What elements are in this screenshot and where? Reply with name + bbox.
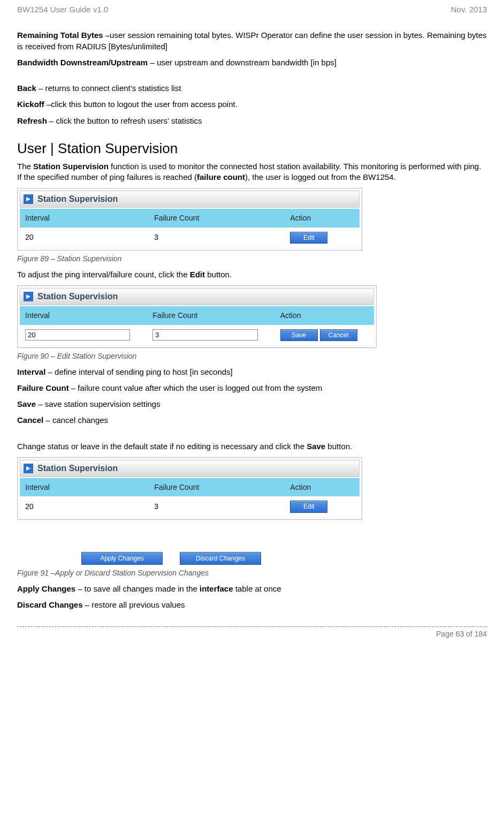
supervision-table: Interval Failure Count Action 20 3 Edit <box>20 209 360 248</box>
page-header: BW1254 User Guide v1.0 Nov. 2013 <box>17 0 487 28</box>
panel-title-bar: Station Supervision <box>20 191 360 208</box>
arrow-right-icon <box>24 292 33 301</box>
col-interval: Interval <box>20 478 149 497</box>
panel-title-bar: Station Supervision <box>20 460 360 477</box>
cell-interval: 20 <box>20 496 149 517</box>
term: Apply Changes <box>17 584 75 593</box>
def-interval: Interval – define interval of sending pi… <box>17 367 487 377</box>
col-action: Action <box>275 306 374 325</box>
interval-input[interactable] <box>25 329 130 340</box>
apply-discard-row: Apply Changes Discard Changes <box>17 552 487 565</box>
table-header-row: Interval Failure Count Action <box>20 306 374 325</box>
arrow-right-icon <box>24 464 33 473</box>
col-action: Action <box>285 478 360 497</box>
para-remaining-bytes: Remaining Total Bytes –user session rema… <box>17 30 487 52</box>
station-supervision-panel-apply: Station Supervision Interval Failure Cou… <box>17 457 362 520</box>
cell-failure-edit <box>147 325 274 345</box>
panel-title-text: Station Supervision <box>37 463 118 474</box>
para-kickoff: Kickoff –click this button to logout the… <box>17 99 487 110</box>
col-failure: Failure Count <box>149 209 285 228</box>
term: Cancel <box>17 415 43 425</box>
term: Save <box>17 399 36 408</box>
text: – cancel changes <box>43 415 108 425</box>
figure-90-caption: Figure 90 – Edit Station Supervision <box>17 351 487 361</box>
para-bandwidth: Bandwidth Downstream/Upstream – user ups… <box>17 57 487 68</box>
supervision-table: Interval Failure Count Action 20 3 Edit <box>20 478 360 517</box>
text: – failure count value after which the us… <box>69 383 323 392</box>
term: failure count <box>197 172 245 181</box>
term: interface <box>200 584 233 593</box>
col-interval: Interval <box>20 209 149 228</box>
figure-89-caption: Figure 89 – Station Supervision <box>17 254 487 264</box>
text: – define interval of sending ping to hos… <box>45 367 232 376</box>
station-supervision-panel-view: Station Supervision Interval Failure Cou… <box>17 188 362 251</box>
apply-changes-button[interactable]: Apply Changes <box>81 552 163 565</box>
term: Save <box>307 442 325 451</box>
term: Station Supervision <box>33 162 109 171</box>
text: –click this button to logout the user fr… <box>44 100 238 109</box>
save-button[interactable]: Save <box>280 329 318 341</box>
cancel-button[interactable]: Cancel <box>320 329 357 341</box>
text: – restore all previous values <box>83 600 185 609</box>
edit-button[interactable]: Edit <box>290 501 327 512</box>
def-discard-changes: Discard Changes – restore all previous v… <box>17 600 487 610</box>
panel-title-bar: Station Supervision <box>20 288 374 305</box>
failure-input[interactable] <box>152 329 257 340</box>
term: Failure Count <box>17 383 69 392</box>
cell-action: Save Cancel <box>275 325 374 345</box>
def-failure-count: Failure Count – failure count value afte… <box>17 383 487 393</box>
text: To adjust the ping interval/failure coun… <box>17 270 190 279</box>
text: – to save all changes made in the <box>75 584 200 593</box>
col-failure: Failure Count <box>149 478 285 497</box>
text: button. <box>325 442 352 451</box>
col-action: Action <box>285 209 360 228</box>
table-header-row: Interval Failure Count Action <box>20 478 360 497</box>
cell-interval-edit <box>20 325 147 345</box>
cell-interval: 20 <box>20 228 149 248</box>
intro-paragraph: The Station Supervision function is used… <box>17 161 487 183</box>
table-row: 20 3 Edit <box>20 228 360 248</box>
header-right: Nov. 2013 <box>451 4 487 15</box>
supervision-table: Interval Failure Count Action Save Cance… <box>20 306 374 345</box>
figure-91-caption: Figure 91 –Apply or Discard Station Supe… <box>17 568 487 578</box>
term: Interval <box>17 367 45 376</box>
discard-changes-button[interactable]: Discard Changes <box>180 552 261 565</box>
adjust-paragraph: To adjust the ping interval/failure coun… <box>17 269 487 280</box>
text: Change status or leave in the default st… <box>17 442 307 451</box>
term: Remaining Total Bytes <box>17 31 103 40</box>
term: Bandwidth Downstream/Upstream <box>17 58 148 67</box>
para-refresh: Refresh – click the button to refresh us… <box>17 116 487 126</box>
cell-action: Edit <box>285 496 360 517</box>
term: Kickoff <box>17 100 44 109</box>
change-paragraph: Change status or leave in the default st… <box>17 441 487 452</box>
def-apply-changes: Apply Changes – to save all changes made… <box>17 584 487 594</box>
arrow-right-icon <box>24 194 33 204</box>
text: The <box>17 162 33 171</box>
station-supervision-panel-edit: Station Supervision Interval Failure Cou… <box>17 285 377 348</box>
table-row: Save Cancel <box>20 325 374 345</box>
cell-failure: 3 <box>149 228 285 248</box>
edit-button[interactable]: Edit <box>290 232 327 244</box>
page-footer: Page 63 of 184 <box>17 626 487 639</box>
header-left: BW1254 User Guide v1.0 <box>17 4 108 15</box>
term: Discard Changes <box>17 600 83 609</box>
term: Edit <box>190 270 205 279</box>
cell-failure: 3 <box>149 496 285 517</box>
term: Refresh <box>17 116 47 125</box>
text: button. <box>205 270 232 279</box>
col-interval: Interval <box>20 306 147 325</box>
panel-title-text: Station Supervision <box>37 193 118 205</box>
col-failure: Failure Count <box>147 306 274 325</box>
text: – click the button to refresh users' sta… <box>47 116 202 125</box>
table-header-row: Interval Failure Count Action <box>20 209 360 228</box>
text: table at once <box>233 584 281 593</box>
text: – save station supervision settings <box>36 399 161 408</box>
def-save: Save – save station supervision settings <box>17 399 487 410</box>
term: Back <box>17 84 36 93</box>
text: – returns to connect client's statistics… <box>36 84 181 93</box>
text: – user upstream and downstream bandwidth… <box>148 58 337 67</box>
panel-title-text: Station Supervision <box>37 291 118 302</box>
cell-action: Edit <box>285 228 360 248</box>
text: ), the user is logged out from the BW125… <box>245 172 396 181</box>
section-heading: User | Station Supervision <box>17 139 487 158</box>
